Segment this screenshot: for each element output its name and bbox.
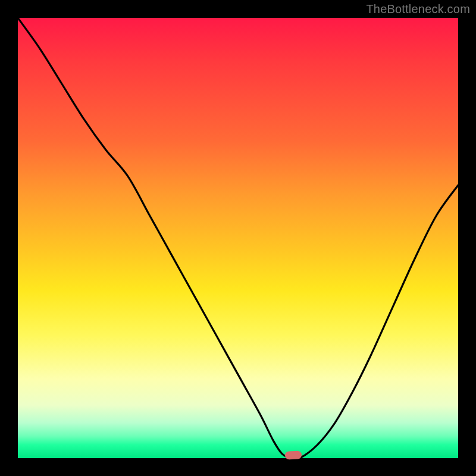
watermark-text: TheBottleneck.com [366,2,470,16]
optimal-marker [284,450,302,459]
plot-area [18,18,458,458]
bottleneck-curve [18,18,458,458]
chart-frame: TheBottleneck.com [0,0,476,476]
